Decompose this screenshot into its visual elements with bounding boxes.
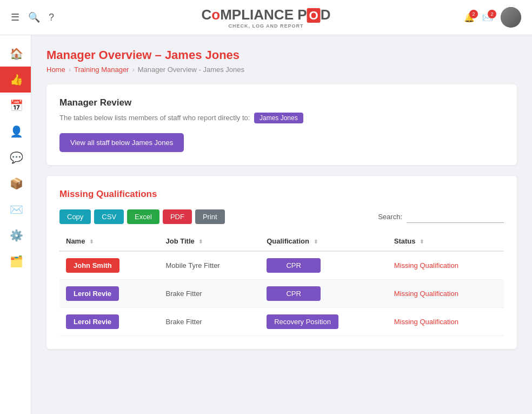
search-container: Search: — [378, 211, 504, 223]
status-badge-1: Missing Qualification — [394, 290, 458, 298]
sidebar-item-chat[interactable]: 💬 — [0, 144, 31, 170]
search-label: Search: — [378, 213, 402, 221]
qual-badge-1[interactable]: CPR — [267, 286, 321, 301]
breadcrumb-section[interactable]: Training Manager — [74, 65, 129, 74]
search-input[interactable] — [407, 211, 504, 223]
cell-name-1: Leroi Revie — [59, 280, 159, 308]
logo-container: CoMPLIANCE POD CHECK, LOG AND REPORT — [202, 6, 331, 29]
pdf-button[interactable]: PDF — [163, 209, 192, 224]
cell-job-1: Brake Fitter — [159, 280, 261, 308]
manager-review-desc: The tables below lists members of staff … — [59, 113, 504, 123]
table-header: Name ⬍ Job Title ⬍ Qualification ⬍ Statu… — [59, 232, 504, 251]
excel-button[interactable]: Excel — [127, 209, 159, 224]
qual-badge-0[interactable]: CPR — [267, 258, 321, 273]
sort-status-icon[interactable]: ⬍ — [420, 239, 424, 245]
print-button[interactable]: Print — [195, 209, 225, 224]
sidebar-item-settings[interactable]: ⚙️ — [0, 222, 31, 248]
missing-qualifications-card: Missing Qualifications Copy CSV Excel PD… — [46, 176, 517, 349]
sidebar-item-thumbsup[interactable]: 👍 — [0, 67, 31, 93]
sidebar: 🏠 👍 📅 👤 💬 📦 ✉️ ⚙️ 🗂️ — [0, 35, 31, 414]
table-controls: Copy CSV Excel PDF Print Search: — [59, 209, 504, 224]
sort-name-icon[interactable]: ⬍ — [89, 239, 94, 245]
breadcrumb-current: Manager Overview - James Jones — [138, 65, 244, 74]
avatar-image — [501, 7, 521, 28]
sort-job-icon[interactable]: ⬍ — [198, 239, 203, 245]
col-qualification: Qualification ⬍ — [260, 232, 388, 251]
cell-name-2: Leroi Revie — [59, 308, 159, 336]
cell-job-2: Brake Fitter — [159, 308, 261, 336]
logo-subtitle: CHECK, LOG AND REPORT — [202, 23, 331, 29]
main-content: Manager Overview – James Jones Home › Tr… — [31, 35, 532, 414]
cell-status-1: Missing Qualification — [388, 280, 504, 308]
sidebar-item-mail[interactable]: ✉️ — [0, 196, 31, 222]
top-navigation: ☰ 🔍 ? CoMPLIANCE POD CHECK, LOG AND REPO… — [0, 0, 532, 35]
manager-review-card: Manager Review The tables below lists me… — [46, 84, 517, 165]
sidebar-item-box[interactable]: 📦 — [0, 170, 31, 196]
messages-badge: 2 — [488, 10, 496, 18]
status-badge-0: Missing Qualification — [394, 261, 458, 270]
sidebar-item-calendar[interactable]: 📅 — [0, 93, 31, 119]
messages-icon[interactable]: ✉️ 2 — [482, 12, 493, 23]
export-buttons: Copy CSV Excel PDF Print — [59, 209, 225, 224]
sort-qual-icon[interactable]: ⬍ — [314, 239, 318, 245]
table-row: John Smith Mobile Tyre Fitter CPR Missin… — [59, 251, 504, 280]
copy-button[interactable]: Copy — [59, 209, 91, 224]
view-staff-button[interactable]: View all staff below James Jones — [59, 133, 184, 152]
status-badge-2: Missing Qualification — [394, 318, 458, 326]
col-name: Name ⬍ — [59, 232, 159, 251]
section-title: Missing Qualifications — [59, 189, 504, 200]
col-job-title: Job Title ⬍ — [159, 232, 261, 251]
cell-qual-2: Recovery Position — [260, 308, 388, 336]
breadcrumb: Home › Training Manager › Manager Overvi… — [46, 65, 517, 74]
cell-status-2: Missing Qualification — [388, 308, 504, 336]
notifications-badge: 2 — [469, 10, 478, 18]
sidebar-item-home[interactable]: 🏠 — [0, 41, 31, 67]
col-status: Status ⬍ — [388, 232, 504, 251]
qualifications-table: Name ⬍ Job Title ⬍ Qualification ⬍ Statu… — [59, 232, 504, 336]
top-nav-right: 🔔 2 ✉️ 2 — [464, 7, 521, 28]
sidebar-item-people[interactable]: 👤 — [0, 119, 31, 144]
hamburger-icon[interactable]: ☰ — [11, 11, 19, 23]
cell-name-0: John Smith — [59, 251, 159, 280]
notifications-icon[interactable]: 🔔 2 — [464, 12, 475, 23]
name-badge-0[interactable]: John Smith — [66, 258, 119, 273]
manager-review-title: Manager Review — [59, 97, 504, 108]
cell-status-0: Missing Qualification — [388, 251, 504, 280]
breadcrumb-sep-2: › — [132, 65, 134, 74]
search-icon[interactable]: 🔍 — [28, 11, 40, 23]
name-badge-1[interactable]: Leroi Revie — [66, 286, 119, 301]
cell-qual-0: CPR — [260, 251, 388, 280]
name-badge-2[interactable]: Leroi Revie — [66, 314, 119, 329]
csv-button[interactable]: CSV — [94, 209, 124, 224]
page-title: Manager Overview – James Jones — [46, 48, 517, 62]
breadcrumb-home[interactable]: Home — [46, 65, 65, 74]
table-body: John Smith Mobile Tyre Fitter CPR Missin… — [59, 251, 504, 336]
table-row: Leroi Revie Brake Fitter Recovery Positi… — [59, 308, 504, 336]
cell-job-0: Mobile Tyre Fitter — [159, 251, 261, 280]
app-logo: CoMPLIANCE POD CHECK, LOG AND REPORT — [202, 6, 331, 29]
cell-qual-1: CPR — [260, 280, 388, 308]
table-row: Leroi Revie Brake Fitter CPR Missing Qua… — [59, 280, 504, 308]
help-icon[interactable]: ? — [49, 12, 54, 23]
manager-name-badge: James Jones — [254, 113, 303, 123]
qual-badge-2[interactable]: Recovery Position — [267, 314, 338, 329]
sidebar-item-layers[interactable]: 🗂️ — [0, 248, 31, 274]
top-nav-left: ☰ 🔍 ? — [11, 11, 54, 23]
breadcrumb-sep-1: › — [69, 65, 71, 74]
avatar[interactable] — [501, 7, 521, 28]
